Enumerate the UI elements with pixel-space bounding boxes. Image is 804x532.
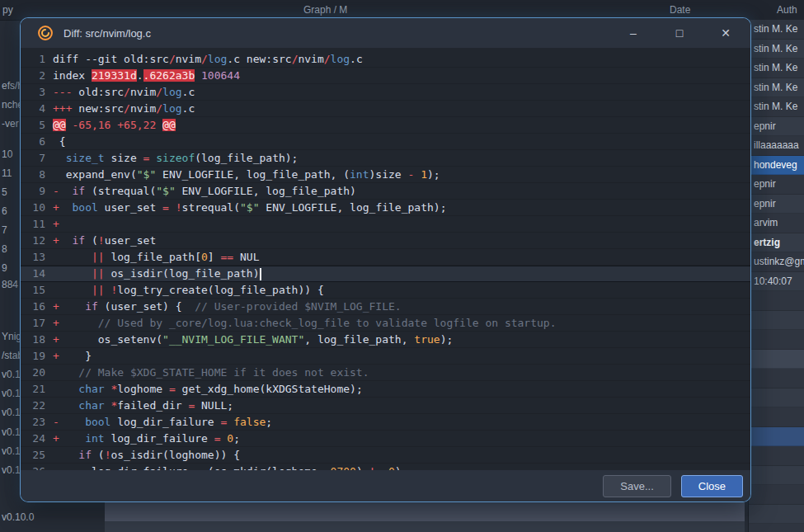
ref-label[interactable]: 8 — [2, 243, 7, 255]
code-text: index 219331d..6262a3b 100644 — [45, 68, 240, 84]
code-line[interactable]: 20 // Make $XDG_STATE_HOME if it does no… — [21, 365, 750, 381]
ref-label[interactable]: v0.1 — [2, 369, 21, 380]
code-line[interactable]: 21 char *loghome = get_xdg_home(kXDGStat… — [21, 381, 750, 398]
code-line[interactable]: 5@@ -65,16 +65,22 @@ — [21, 117, 750, 134]
commit-row[interactable]: illaaaaaaa — [749, 136, 804, 156]
code-text: - if (strequal("$" ENV_LOGFILE, log_file… — [45, 183, 356, 200]
commit-row[interactable] — [749, 505, 804, 525]
ref-label[interactable]: 6 — [2, 205, 7, 217]
commit-row[interactable]: hondeveg — [749, 156, 804, 176]
author-panel: stin M. Kestin M. Kestin M. Kestin M. Ke… — [748, 20, 804, 532]
save-button[interactable]: Save... — [603, 475, 670, 497]
ref-label[interactable]: 884 — [2, 279, 18, 290]
commit-row[interactable] — [749, 311, 804, 331]
commit-row[interactable] — [749, 330, 804, 350]
column-header-graph: Graph / M — [303, 4, 347, 16]
maximize-icon[interactable]: □ — [673, 26, 686, 40]
code-line[interactable]: 26 log_dir_failure = (os_mkdir(loghome, … — [21, 464, 750, 470]
dialog-title: Diff: src/nvim/log.c — [63, 27, 627, 40]
code-line[interactable]: 3--- old:src/nvim/log.c — [21, 84, 750, 101]
code-text: + — [45, 216, 59, 233]
line-number: 19 — [21, 348, 45, 365]
commit-row[interactable]: ustinkz@gm — [749, 252, 804, 272]
code-line[interactable]: 8 expand_env("$" ENV_LOGFILE, log_file_p… — [21, 167, 750, 183]
code-line[interactable]: 15 || !log_try_create(log_file_path)) { — [21, 282, 750, 299]
ref-label[interactable]: 5 — [2, 186, 7, 198]
commit-row[interactable]: stin M. Ke — [749, 97, 804, 117]
code-line[interactable]: 14 || os_isdir(log_file_path) — [21, 266, 750, 282]
ref-label[interactable]: v0.1 — [2, 407, 21, 418]
commit-row[interactable]: 10:40:07 — [749, 272, 804, 292]
commit-row[interactable] — [749, 446, 804, 466]
code-line[interactable]: 11+ — [21, 216, 750, 233]
ref-label[interactable]: v0.1 — [2, 388, 21, 399]
code-line[interactable]: 24+ int log_dir_failure = 0; — [21, 431, 750, 447]
commit-row[interactable] — [749, 466, 804, 486]
minimize-icon[interactable]: – — [627, 26, 640, 40]
commit-row[interactable]: epnir — [749, 195, 804, 214]
line-number: 14 — [21, 266, 45, 282]
line-number: 17 — [21, 315, 45, 332]
code-line[interactable]: 4+++ new:src/nvim/log.c — [21, 101, 750, 117]
line-number: 21 — [21, 381, 45, 398]
commit-row[interactable]: stin M. Ke — [749, 40, 804, 59]
commit-row[interactable] — [749, 350, 804, 370]
commit-row[interactable]: stin M. Ke — [749, 59, 804, 78]
commit-row[interactable] — [749, 427, 804, 447]
commit-row[interactable]: stin M. Ke — [749, 78, 804, 98]
code-line[interactable]: 6 { — [21, 134, 750, 150]
code-line[interactable]: 19+ } — [21, 348, 750, 365]
commit-row[interactable] — [749, 388, 804, 408]
code-line[interactable]: 22 char *failed_dir = NULL; — [21, 398, 750, 414]
code-line[interactable]: 10+ bool user_set = !strequal("$" ENV_LO… — [21, 200, 750, 216]
close-button[interactable]: Close — [681, 475, 743, 497]
close-window-icon[interactable]: ✕ — [719, 26, 732, 40]
line-number: 1 — [21, 51, 45, 68]
line-number: 13 — [21, 249, 45, 266]
commit-row[interactable] — [749, 407, 804, 427]
code-text: - bool log_dir_failure = false; — [45, 414, 272, 431]
ref-label[interactable]: 7 — [2, 224, 7, 236]
line-number: 6 — [21, 134, 45, 150]
code-line[interactable]: 25 if (!os_isdir(loghome)) { — [21, 447, 750, 464]
commit-row[interactable]: arvim — [749, 214, 804, 233]
code-line[interactable]: 16+ if (user_set) { // User-provided $NV… — [21, 299, 750, 315]
text-caret — [260, 268, 261, 280]
code-area[interactable]: 1diff --git old:src/nvim/log.c new:src/n… — [21, 48, 750, 470]
commit-row[interactable]: ertzig — [749, 233, 804, 253]
code-text: if (!os_isdir(loghome)) { — [45, 447, 240, 464]
ref-label[interactable]: v0.1 — [2, 426, 21, 438]
code-line[interactable]: 9- if (strequal("$" ENV_LOGFILE, log_fil… — [21, 183, 750, 200]
ref-label[interactable]: v0.10.0 — [2, 511, 34, 523]
line-number: 4 — [21, 101, 45, 117]
commit-row[interactable] — [749, 291, 804, 311]
line-number: 3 — [21, 84, 45, 101]
ref-label[interactable]: 9 — [2, 262, 7, 274]
dialog-titlebar[interactable]: Diff: src/nvim/log.c – □ ✕ — [21, 18, 750, 48]
code-text: || !log_try_create(log_file_path)) { — [45, 282, 324, 299]
code-text: + // Used by _core/log.lua:check_log_fil… — [45, 315, 557, 332]
commit-row[interactable]: epnir — [749, 117, 804, 137]
code-text: || log_file_path[0] == NUL — [45, 249, 259, 266]
ref-label[interactable]: 10 — [2, 148, 12, 160]
commit-row[interactable] — [749, 369, 804, 388]
code-line[interactable]: 1diff --git old:src/nvim/log.c new:src/n… — [21, 51, 750, 68]
code-line[interactable]: 2index 219331d..6262a3b 100644 — [21, 68, 750, 84]
line-number: 24 — [21, 431, 45, 447]
code-line[interactable]: 13 || log_file_path[0] == NUL — [21, 249, 750, 266]
code-text: + if (user_set) { // User-provided $NVIM… — [45, 299, 402, 315]
code-line[interactable]: 18+ os_setenv("__NVIM_LOG_FILE_WANT", lo… — [21, 332, 750, 348]
code-line[interactable]: 12+ if (!user_set — [21, 233, 750, 249]
commit-row[interactable] — [749, 485, 804, 505]
line-number: 12 — [21, 233, 45, 249]
commit-row[interactable]: epnir — [749, 175, 804, 195]
code-line[interactable]: 23- bool log_dir_failure = false; — [21, 414, 750, 431]
code-line[interactable]: 7 size_t size = sizeof(log_file_path); — [21, 150, 750, 167]
ref-label[interactable]: -ver — [2, 118, 19, 129]
code-line[interactable]: 17+ // Used by _core/log.lua:check_log_f… — [21, 315, 750, 332]
ref-label[interactable]: v0.1 — [2, 445, 21, 457]
ref-label[interactable]: 11 — [2, 167, 12, 179]
commit-row[interactable]: stin M. Ke — [749, 20, 804, 40]
graph-row-band-selected — [105, 502, 745, 521]
ref-label[interactable]: v0.1 — [2, 464, 21, 476]
